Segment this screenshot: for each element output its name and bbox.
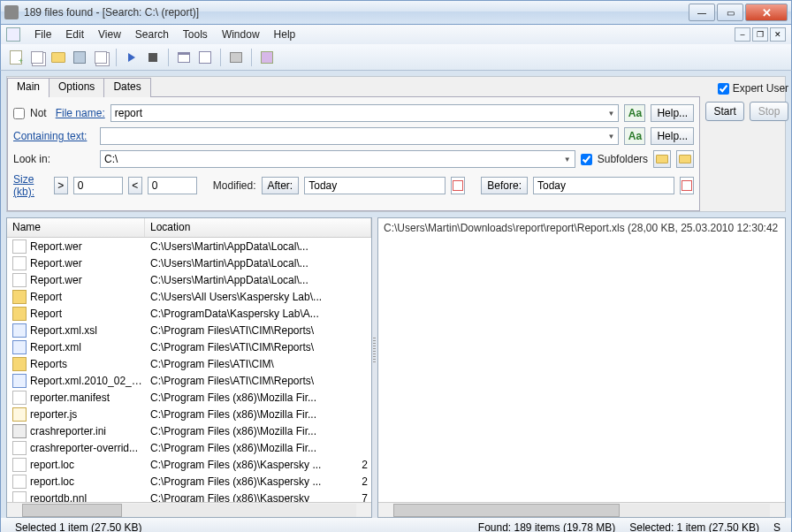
file-row[interactable]: crashreporter.ini C:\Program Files (x86)…	[7, 422, 371, 439]
case-sensitive-filename-button[interactable]: Aa	[624, 104, 645, 122]
file-row[interactable]: report.loc C:\Program Files (x86)\Kasper…	[7, 473, 371, 490]
add-folder-button[interactable]	[676, 150, 694, 168]
save-button[interactable]	[70, 48, 89, 67]
file-row[interactable]: reporter.js C:\Program Files (x86)\Mozil…	[7, 406, 371, 422]
copy-button[interactable]	[27, 48, 47, 67]
menu-file[interactable]: File	[27, 27, 58, 42]
column-location[interactable]: Location	[145, 218, 371, 237]
file-row[interactable]: Report.xml.xsl C:\Program Files\ATI\CIM\…	[7, 322, 371, 338]
size-from-input[interactable]	[73, 177, 123, 194]
file-row[interactable]: Report.wer C:\Users\Martin\AppData\Local…	[7, 271, 371, 288]
expert-user-checkbox[interactable]	[718, 83, 729, 95]
help-book-button[interactable]	[257, 48, 277, 67]
filename-combo[interactable]: report ▼	[110, 104, 620, 122]
subfolders-label: Subfolders	[598, 153, 648, 165]
file-name: Report.wer	[30, 257, 145, 270]
size-to-input[interactable]	[148, 177, 197, 194]
chevron-down-icon: ▼	[607, 133, 614, 141]
containing-label[interactable]: Containing text:	[13, 130, 95, 142]
file-row[interactable]: Report C:\Users\All Users\Kaspersky Lab\…	[7, 288, 371, 305]
file-row[interactable]: reporter.manifest C:\Program Files (x86)…	[7, 389, 371, 406]
start-search-button[interactable]	[122, 48, 141, 67]
file-location: C:\Program Files\ATI\CIM\Reports\	[145, 324, 359, 337]
file-location: C:\Program Files\ATI\CIM\Reports\	[145, 341, 359, 353]
status-found: Found: 189 items (19.78 MB)	[471, 521, 622, 533]
horizontal-scrollbar[interactable]	[7, 502, 371, 517]
file-row[interactable]: Reports C:\Program Files\ATI\CIM\	[7, 355, 371, 372]
after-date-input[interactable]	[304, 177, 446, 194]
status-bar: Selected 1 item (27.50 KB) Found: 189 it…	[0, 518, 792, 532]
menu-search[interactable]: Search	[128, 27, 176, 42]
browse-folder-button[interactable]	[653, 150, 671, 168]
file-name: report.loc	[30, 459, 145, 471]
splitter[interactable]	[372, 217, 377, 518]
tab-main[interactable]: Main	[7, 78, 50, 97]
save-all-button[interactable]	[91, 48, 110, 67]
before-calendar-button[interactable]	[680, 177, 694, 194]
print-button[interactable]	[226, 48, 246, 67]
menu-tools[interactable]: Tools	[176, 27, 215, 42]
maximize-button[interactable]: ▭	[717, 4, 743, 21]
list-body[interactable]: Report.wer C:\Users\Martin\AppData\Local…	[7, 238, 371, 502]
mdi-close-button[interactable]: ✕	[770, 27, 786, 42]
help-filename-button[interactable]: Help...	[651, 104, 694, 122]
file-location: C:\Program Files (x86)\Mozilla Fir...	[145, 391, 359, 404]
before-date-input[interactable]	[533, 177, 674, 194]
close-button[interactable]: ✕	[745, 4, 788, 21]
file-row[interactable]: Report.xml C:\Program Files\ATI\CIM\Repo…	[7, 338, 371, 355]
tab-options[interactable]: Options	[49, 78, 104, 97]
file-location: C:\Users\Martin\AppData\Local\...	[145, 240, 359, 253]
file-row[interactable]: crashreporter-overrid... C:\Program File…	[7, 439, 371, 456]
status-mode: S	[766, 521, 784, 533]
js-icon	[12, 407, 27, 422]
xml-icon	[12, 340, 27, 354]
size-gt-button[interactable]: >	[54, 177, 68, 194]
file-row[interactable]: Report.wer C:\Users\Martin\AppData\Local…	[7, 255, 371, 271]
view-window-button[interactable]	[174, 48, 194, 67]
size-label[interactable]: Size (kb):	[13, 173, 49, 198]
column-name[interactable]: Name	[7, 218, 145, 237]
menu-window[interactable]: Window	[215, 27, 267, 42]
separator	[168, 49, 169, 66]
file-name: crashreporter-overrid...	[30, 442, 145, 454]
mdi-restore-button[interactable]: ❐	[752, 27, 768, 42]
file-icon	[12, 475, 27, 489]
lookin-combo[interactable]: C:\ ▼	[100, 150, 575, 168]
stop-search-button[interactable]	[143, 48, 163, 67]
file-icon	[12, 441, 27, 455]
chevron-down-icon: ▼	[564, 156, 571, 163]
menu-view[interactable]: View	[91, 27, 128, 42]
tab-dates[interactable]: Dates	[103, 78, 150, 97]
not-checkbox[interactable]	[13, 108, 25, 119]
after-button[interactable]: After:	[262, 177, 300, 194]
file-row[interactable]: Report.wer C:\Users\Martin\AppData\Local…	[7, 238, 371, 255]
stop-button[interactable]: Stop	[750, 102, 788, 121]
filename-label[interactable]: File name:	[56, 107, 105, 119]
after-calendar-button[interactable]	[451, 177, 465, 194]
not-label: Not	[30, 107, 47, 119]
mdi-minimize-button[interactable]: –	[735, 27, 750, 42]
file-row[interactable]: reportdb.nnl C:\Program Files (x86)\Kasp…	[7, 490, 371, 502]
new-search-button[interactable]	[6, 48, 26, 67]
menu-help[interactable]: Help	[267, 27, 303, 42]
file-row[interactable]: report.loc C:\Program Files (x86)\Kasper…	[7, 456, 371, 473]
subfolders-checkbox[interactable]	[581, 154, 592, 165]
help-text-button[interactable]: Help...	[651, 127, 694, 145]
file-location: C:\Program Files (x86)\Mozilla Fir...	[145, 425, 359, 437]
file-icon	[12, 458, 27, 472]
before-button[interactable]: Before:	[481, 177, 528, 194]
menu-edit[interactable]: Edit	[58, 27, 91, 42]
file-row[interactable]: Report C:\ProgramData\Kaspersky Lab\A...	[7, 305, 371, 322]
system-menu-icon[interactable]	[6, 27, 20, 42]
size-lt-button[interactable]: <	[128, 177, 142, 194]
file-location: C:\ProgramData\Kaspersky Lab\A...	[145, 308, 359, 320]
menu-bar: FileEditViewSearchToolsWindowHelp – ❐ ✕	[0, 25, 792, 44]
start-button[interactable]: Start	[705, 102, 744, 121]
open-folder-button[interactable]	[49, 48, 68, 67]
case-sensitive-text-button[interactable]: Aa	[624, 127, 645, 145]
minimize-button[interactable]: —	[689, 4, 715, 21]
containing-combo[interactable]: ▼	[100, 127, 619, 145]
file-row[interactable]: Report.xml.2010_02_2... C:\Program Files…	[7, 372, 371, 389]
view-list-button[interactable]	[195, 48, 215, 67]
preview-horizontal-scrollbar[interactable]	[378, 502, 785, 517]
